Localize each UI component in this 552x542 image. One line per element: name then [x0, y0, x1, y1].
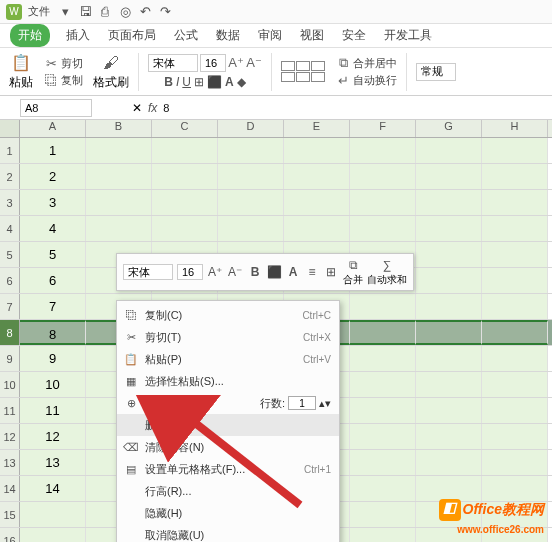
name-box[interactable]: A8: [20, 99, 92, 117]
cell[interactable]: [218, 138, 284, 163]
tab-start[interactable]: 开始: [10, 24, 50, 47]
cell[interactable]: [284, 190, 350, 215]
cell[interactable]: [416, 424, 482, 449]
decrease-font-icon[interactable]: A⁻: [246, 54, 262, 70]
cell[interactable]: 7: [20, 294, 86, 319]
merge-center-button[interactable]: ⧉合并居中: [335, 55, 397, 71]
tab-security[interactable]: 安全: [340, 24, 368, 47]
border-icon[interactable]: ⊞: [323, 264, 339, 280]
row-header[interactable]: 3: [0, 190, 20, 215]
mini-font-size[interactable]: 16: [177, 264, 203, 280]
cell[interactable]: [482, 294, 548, 319]
cell[interactable]: [350, 190, 416, 215]
italic-icon[interactable]: I: [176, 75, 179, 89]
cell[interactable]: [20, 528, 86, 542]
cell[interactable]: [350, 164, 416, 189]
row-count-input[interactable]: [288, 396, 316, 410]
redo-icon[interactable]: ↷: [156, 3, 174, 21]
menu-paste-special[interactable]: ▦选择性粘贴(S)...: [117, 370, 339, 392]
cell[interactable]: [482, 320, 548, 345]
preview-icon[interactable]: ◎: [116, 3, 134, 21]
cell[interactable]: [152, 216, 218, 241]
col-header[interactable]: D: [218, 120, 284, 137]
cell[interactable]: [482, 216, 548, 241]
cell[interactable]: [86, 216, 152, 241]
tab-dev[interactable]: 开发工具: [382, 24, 434, 47]
number-format-select[interactable]: 常规: [416, 63, 456, 81]
menu-copy[interactable]: ⿻复制(C)Ctrl+C: [117, 304, 339, 326]
menu-unhide[interactable]: 取消隐藏(U): [117, 524, 339, 542]
cell[interactable]: [284, 216, 350, 241]
cell[interactable]: [416, 476, 482, 501]
increase-font-icon[interactable]: A⁺: [228, 54, 244, 70]
cell[interactable]: [86, 190, 152, 215]
row-header[interactable]: 1: [0, 138, 20, 163]
cell[interactable]: 10: [20, 372, 86, 397]
tab-insert[interactable]: 插入: [64, 24, 92, 47]
cell[interactable]: [482, 164, 548, 189]
cell[interactable]: [416, 268, 482, 293]
cell[interactable]: [482, 424, 548, 449]
align-icon[interactable]: ≡: [304, 264, 320, 280]
cell[interactable]: [416, 190, 482, 215]
cell[interactable]: 11: [20, 398, 86, 423]
col-header[interactable]: E: [284, 120, 350, 137]
cancel-icon[interactable]: ✕: [132, 101, 142, 115]
tab-review[interactable]: 审阅: [256, 24, 284, 47]
table-row[interactable]: 22: [0, 164, 552, 190]
cell[interactable]: [350, 216, 416, 241]
mini-font-name[interactable]: 宋体: [123, 264, 173, 280]
cell[interactable]: [152, 190, 218, 215]
file-menu[interactable]: 文件: [24, 4, 54, 19]
menu-delete[interactable]: 删除(D): [117, 414, 339, 436]
font-color-icon[interactable]: A: [225, 75, 234, 89]
cell[interactable]: 2: [20, 164, 86, 189]
menu-insert[interactable]: ⊕插入(I) 行数:▴▾: [117, 392, 339, 414]
cell[interactable]: [350, 528, 416, 542]
cell[interactable]: [482, 450, 548, 475]
row-header[interactable]: 16: [0, 528, 20, 542]
fx-icon[interactable]: fx: [148, 101, 157, 115]
cell[interactable]: [416, 294, 482, 319]
row-header[interactable]: 10: [0, 372, 20, 397]
print-icon[interactable]: ⎙: [96, 3, 114, 21]
cell[interactable]: [482, 372, 548, 397]
row-header[interactable]: 15: [0, 502, 20, 527]
col-header[interactable]: F: [350, 120, 416, 137]
row-header[interactable]: 13: [0, 450, 20, 475]
cell[interactable]: [284, 138, 350, 163]
menu-row-height[interactable]: 行高(R)...: [117, 480, 339, 502]
font-color-icon[interactable]: A: [285, 264, 301, 280]
col-header[interactable]: A: [20, 120, 86, 137]
bold-icon[interactable]: B: [164, 75, 173, 89]
fill-color-icon[interactable]: ⬛: [266, 264, 282, 280]
cell[interactable]: [350, 450, 416, 475]
cell[interactable]: [416, 372, 482, 397]
cell[interactable]: [416, 320, 482, 345]
highlight-icon[interactable]: ◆: [237, 75, 246, 89]
cell[interactable]: [416, 242, 482, 267]
row-header[interactable]: 14: [0, 476, 20, 501]
cell[interactable]: [416, 450, 482, 475]
cell[interactable]: 9: [20, 346, 86, 371]
row-header[interactable]: 5: [0, 242, 20, 267]
cell[interactable]: [482, 268, 548, 293]
col-header[interactable]: C: [152, 120, 218, 137]
cell[interactable]: [416, 398, 482, 423]
cell[interactable]: [482, 190, 548, 215]
cell[interactable]: [416, 216, 482, 241]
cell[interactable]: 3: [20, 190, 86, 215]
cell[interactable]: 1: [20, 138, 86, 163]
row-header[interactable]: 12: [0, 424, 20, 449]
cell[interactable]: [218, 216, 284, 241]
cell[interactable]: 5: [20, 242, 86, 267]
cell[interactable]: [482, 242, 548, 267]
cell[interactable]: 4: [20, 216, 86, 241]
align-group[interactable]: [281, 61, 325, 82]
menu-paste[interactable]: 📋粘贴(P)Ctrl+V: [117, 348, 339, 370]
table-row[interactable]: 44: [0, 216, 552, 242]
save-icon[interactable]: 🖫: [76, 3, 94, 21]
cell[interactable]: 6: [20, 268, 86, 293]
dropdown-icon[interactable]: ▾: [56, 3, 74, 21]
cell[interactable]: [416, 346, 482, 371]
